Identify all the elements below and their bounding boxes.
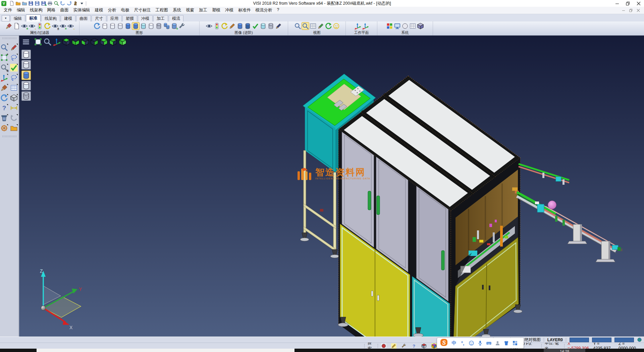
sketch-view-icon[interactable] <box>317 23 324 30</box>
view-iso-top-icon[interactable] <box>62 38 70 46</box>
tab-2[interactable]: 线架构 <box>41 15 60 21</box>
zoom-previous-icon[interactable] <box>294 23 301 30</box>
refresh-model-icon[interactable] <box>0 94 8 102</box>
tools-hammer-icon[interactable] <box>401 343 407 349</box>
workplane-new-icon[interactable] <box>362 23 369 30</box>
edit-shading-icon[interactable] <box>229 23 236 30</box>
menu-item-3[interactable]: 网格 <box>45 7 58 14</box>
network-globe-icon[interactable] <box>637 337 642 342</box>
system-monitor-icon[interactable] <box>394 23 401 30</box>
shaded-view-icon[interactable] <box>124 23 131 30</box>
print-icon[interactable] <box>47 1 53 6</box>
system-3d-view-icon[interactable] <box>417 23 424 30</box>
view-iso-wireframe-icon[interactable] <box>90 38 99 46</box>
menu-item-7[interactable]: 分析 <box>106 7 119 14</box>
multi-solid-view-icon[interactable] <box>163 23 170 30</box>
menu-item-0[interactable]: 文件 <box>1 7 14 14</box>
new-file-icon[interactable] <box>9 1 14 6</box>
solid-shade-2-icon[interactable] <box>244 23 251 30</box>
open-project-icon[interactable] <box>10 124 18 132</box>
refresh-view-icon[interactable] <box>325 23 332 30</box>
sheet-grid-icon[interactable] <box>10 84 18 92</box>
skin-person-icon[interactable] <box>495 340 500 346</box>
doc-restore-icon[interactable] <box>627 8 635 13</box>
menu-item-10[interactable]: 工程图 <box>153 7 171 14</box>
tab-1[interactable]: 标准 <box>26 14 41 21</box>
view-iso-back-icon[interactable] <box>109 38 117 46</box>
workplane-edit-icon[interactable] <box>354 23 361 30</box>
zoom-solids-icon[interactable]: ± <box>0 64 8 72</box>
spline-draw-icon[interactable] <box>10 74 18 82</box>
hide-entity-icon[interactable]: - <box>29 23 36 30</box>
toolbar-drag-handle[interactable] <box>2 135 16 137</box>
ghost-mode-icon[interactable] <box>21 81 31 90</box>
viewport-menu-icon[interactable] <box>22 38 30 46</box>
hide-advanced-icon[interactable] <box>206 23 213 30</box>
save-icon[interactable] <box>28 1 34 6</box>
measure-distance-icon[interactable] <box>10 104 18 112</box>
color-palette-icon[interactable] <box>386 23 393 30</box>
attribute-page-view-icon[interactable] <box>13 23 20 30</box>
menu-item-9[interactable]: 尺寸标注 <box>132 7 153 14</box>
transparent-shade-icon[interactable] <box>260 23 267 30</box>
skin-shirt-icon[interactable] <box>503 340 509 346</box>
view-iso-bottom-icon[interactable] <box>71 38 80 46</box>
menu-item-12[interactable]: 视窗 <box>183 7 197 14</box>
show-entity-icon[interactable]: + <box>21 23 28 30</box>
dashed-view-icon[interactable] <box>117 23 124 30</box>
print-preview-icon[interactable] <box>54 1 59 6</box>
flat-view-icon[interactable] <box>148 23 155 30</box>
ucs-axis-icon[interactable] <box>0 74 8 82</box>
toolbar-drag-handle[interactable] <box>2 37 16 39</box>
solid-shade-1-icon[interactable] <box>236 23 244 30</box>
3d-viewport[interactable]: Z Y X 智造资料网 I <box>19 36 644 337</box>
menu-item-8[interactable]: 电极 <box>119 7 132 14</box>
navigate-wheel-icon[interactable] <box>0 124 8 132</box>
tab-8[interactable]: 冲模 <box>138 15 153 21</box>
vector-snap-icon[interactable] <box>421 343 427 349</box>
copy-graphics-icon[interactable]: + <box>171 23 178 30</box>
hatched-mode-icon[interactable] <box>21 91 31 101</box>
graphics-settings-icon[interactable] <box>178 23 185 30</box>
active-layer-status[interactable]: LAYER0 <box>547 338 563 342</box>
attribute-brush-icon[interactable] <box>5 23 12 30</box>
view-iso-left-icon[interactable] <box>81 38 89 46</box>
voice-input-icon[interactable] <box>477 340 483 346</box>
regen-graphics-icon[interactable] <box>94 23 101 30</box>
menu-item-17[interactable]: 模流分析 <box>253 7 275 14</box>
tab-6[interactable]: 应用 <box>107 15 122 21</box>
window-close-icon[interactable] <box>633 1 644 6</box>
open-folder-icon[interactable] <box>15 1 21 6</box>
pixel-grid-icon[interactable] <box>409 23 416 30</box>
sogou-logo-icon[interactable] <box>440 338 448 347</box>
taskbar-clock[interactable]: 14:28 <box>544 349 585 352</box>
traffic-advanced-icon[interactable] <box>213 23 220 30</box>
validate-shade-icon[interactable] <box>252 23 259 30</box>
zoom-window-icon[interactable] <box>302 23 309 30</box>
menu-item-18[interactable]: ? <box>275 7 282 14</box>
show-all-icon[interactable]: + <box>59 23 66 30</box>
sketch-edit-icon[interactable] <box>10 44 18 51</box>
confirm-check-icon[interactable] <box>10 64 18 72</box>
select-lasso-icon[interactable] <box>10 54 18 61</box>
tab-3[interactable]: 建模 <box>61 15 75 21</box>
render-layers-icon[interactable] <box>0 84 8 92</box>
wireframe-view-icon[interactable] <box>101 23 108 30</box>
taskbar-window-sliver[interactable] <box>37 349 294 352</box>
menu-item-16[interactable]: 标准件 <box>236 7 253 14</box>
macro-knight-icon[interactable] <box>73 1 78 6</box>
menu-item-6[interactable]: 建模 <box>93 7 106 14</box>
zoom-dynamic-icon[interactable] <box>43 38 52 46</box>
hatched-view-icon[interactable] <box>155 23 162 30</box>
redo-icon[interactable] <box>66 1 72 6</box>
regen-advanced-icon[interactable] <box>221 23 228 30</box>
delete-trash-icon[interactable] <box>0 114 8 122</box>
tab-dropdown-button[interactable]: ▼ <box>2 15 10 21</box>
menu-item-2[interactable]: 线架构 <box>28 7 45 14</box>
menu-item-14[interactable]: 塑模 <box>210 7 223 14</box>
menu-item-11[interactable]: 系统 <box>170 7 183 14</box>
workplane-indicator-icon[interactable] <box>431 343 437 349</box>
wireframe-mode-icon[interactable] <box>21 50 31 59</box>
view-iso-right-icon[interactable] <box>100 38 108 46</box>
tab-9[interactable]: 加工 <box>153 15 168 21</box>
